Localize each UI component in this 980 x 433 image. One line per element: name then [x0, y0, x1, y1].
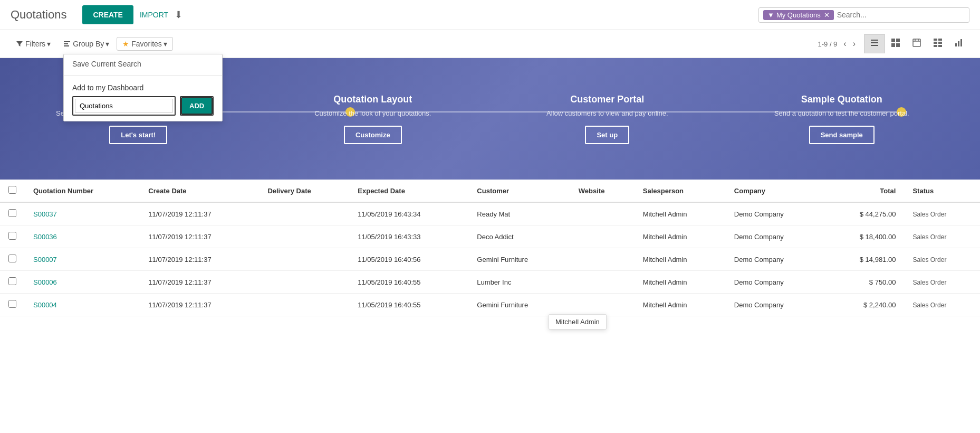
calendar-view-button[interactable] — [906, 34, 927, 53]
row-checkbox[interactable] — [8, 300, 16, 308]
row-checkbox[interactable] — [8, 209, 16, 217]
graph-view-icon — [954, 38, 964, 48]
calendar-view-icon — [912, 38, 921, 48]
cell-company: Demo Company — [726, 202, 825, 225]
cell-expected-date: 11/05/2019 16:43:34 — [349, 202, 468, 225]
cell-status: Sales Order — [904, 271, 980, 294]
pivot-view-button[interactable] — [927, 34, 948, 53]
cell-create-date: 11/07/2019 12:11:37 — [140, 248, 259, 271]
svg-rect-1 — [64, 43, 68, 44]
search-bar: ▼ My Quotations ✕ — [758, 7, 969, 23]
col-salesperson[interactable]: Salesperson — [635, 180, 726, 202]
cell-status: Sales Order — [904, 294, 980, 316]
banner-card-1-title: Quotation Layout — [256, 94, 491, 105]
table-row: S00037 11/07/2019 12:11:37 11/05/2019 16… — [0, 202, 980, 225]
banner-card-1: Quotation Layout Customize the look of y… — [256, 94, 491, 144]
cell-total: $ 2,240.00 — [825, 294, 904, 316]
row-checkbox-cell[interactable] — [0, 294, 25, 316]
banner-card-3-desc: Send a quotation to test the customer po… — [725, 109, 959, 117]
row-checkbox-cell[interactable] — [0, 202, 25, 225]
col-create-date[interactable]: Create Date — [140, 180, 259, 202]
col-quotation-number[interactable]: Quotation Number — [25, 180, 140, 202]
table-header-row: Quotation Number Create Date Delivery Da… — [0, 180, 980, 202]
row-checkbox-cell[interactable] — [0, 248, 25, 271]
prev-page-button[interactable]: ‹ — [840, 38, 849, 50]
row-checkbox[interactable] — [8, 232, 16, 240]
row-checkbox-cell[interactable] — [0, 271, 25, 294]
cell-customer: Lumber Inc — [468, 271, 570, 294]
cell-create-date: 11/07/2019 12:11:37 — [140, 271, 259, 294]
cell-total: $ 18,400.00 — [825, 225, 904, 248]
cell-website — [570, 225, 635, 248]
cell-quotation-number[interactable]: S00036 — [25, 225, 140, 248]
groupby-button[interactable]: Group By ▾ — [58, 37, 114, 50]
banner-card-1-button[interactable]: Customize — [344, 126, 402, 144]
col-customer[interactable]: Customer — [468, 180, 570, 202]
row-checkbox-cell[interactable] — [0, 225, 25, 248]
add-to-dashboard-section: Add to my Dashboard ADD — [64, 78, 222, 121]
cell-total: $ 14,981.00 — [825, 248, 904, 271]
banner-card-1-desc: Customize the look of your quotations. — [256, 109, 491, 117]
import-button[interactable]: IMPORT — [140, 11, 168, 19]
select-all-header[interactable] — [0, 180, 25, 202]
create-button[interactable]: CREATE — [82, 5, 133, 24]
row-checkbox[interactable] — [8, 255, 16, 262]
cell-delivery-date — [259, 294, 349, 316]
row-checkbox[interactable] — [8, 277, 16, 285]
banner-card-2-button[interactable]: Set up — [585, 126, 629, 144]
cell-website — [570, 202, 635, 225]
graph-view-button[interactable] — [948, 34, 969, 53]
cell-quotation-number[interactable]: S00007 — [25, 248, 140, 271]
filter-tag-label: My Quotations — [776, 11, 821, 19]
table-row: S00004 11/07/2019 12:11:37 11/05/2019 16… — [0, 294, 980, 316]
download-icon[interactable]: ⬇ — [175, 9, 182, 21]
filters-button[interactable]: Filters ▾ — [11, 37, 56, 50]
banner-card-3-button[interactable]: Send sample — [809, 126, 875, 144]
header: Quotations CREATE IMPORT ⬇ ▼ My Quotatio… — [0, 0, 980, 30]
cell-quotation-number[interactable]: S00006 — [25, 271, 140, 294]
dashboard-input[interactable] — [75, 99, 173, 113]
cell-salesperson: Mitchell Admin — [635, 225, 726, 248]
table-body: S00037 11/07/2019 12:11:37 11/05/2019 16… — [0, 202, 980, 316]
toolbar: Filters ▾ Group By ▾ ★ Favorites ▾ Save … — [0, 30, 980, 58]
add-dashboard-button[interactable]: ADD — [181, 97, 213, 115]
cell-company: Demo Company — [726, 294, 825, 316]
cell-delivery-date — [259, 225, 349, 248]
kanban-view-button[interactable] — [885, 34, 906, 53]
cell-company: Demo Company — [726, 271, 825, 294]
select-all-checkbox[interactable] — [8, 186, 16, 194]
save-current-search-item[interactable]: Save Current Search — [64, 54, 222, 73]
cell-expected-date: 11/05/2019 16:43:33 — [349, 225, 468, 248]
star-icon: ★ — [122, 40, 129, 48]
cell-quotation-number[interactable]: S00004 — [25, 294, 140, 316]
col-company[interactable]: Company — [726, 180, 825, 202]
banner-card-2-title: Customer Portal — [490, 94, 725, 105]
filter-tag-my-quotations[interactable]: ▼ My Quotations ✕ — [763, 10, 834, 20]
col-status[interactable]: Status — [904, 180, 980, 202]
col-expected-date[interactable]: Expected Date — [349, 180, 468, 202]
next-page-button[interactable]: › — [850, 38, 859, 50]
cell-quotation-number[interactable]: S00037 — [25, 202, 140, 225]
list-view-icon — [870, 38, 879, 48]
pivot-view-icon — [933, 38, 943, 48]
col-total[interactable]: Total — [825, 180, 904, 202]
col-website[interactable]: Website — [570, 180, 635, 202]
list-view-button[interactable] — [864, 34, 885, 53]
cell-total: $ 44,275.00 — [825, 202, 904, 225]
cell-expected-date: 11/05/2019 16:40:55 — [349, 294, 468, 316]
cell-salesperson: Mitchell Admin — [635, 202, 726, 225]
search-input[interactable] — [837, 11, 965, 19]
cell-status: Sales Order — [904, 225, 980, 248]
quotations-table-container: Quotation Number Create Date Delivery Da… — [0, 180, 980, 316]
add-dashboard-input-row: ADD — [72, 96, 214, 116]
cell-delivery-date — [259, 202, 349, 225]
svg-rect-7 — [896, 39, 900, 42]
col-delivery-date[interactable]: Delivery Date — [259, 180, 349, 202]
cell-delivery-date — [259, 248, 349, 271]
svg-rect-18 — [934, 45, 937, 47]
filter-tag-close-icon[interactable]: ✕ — [824, 11, 830, 19]
svg-rect-15 — [938, 39, 942, 41]
banner-card-0-button[interactable]: Let's start! — [109, 126, 167, 144]
svg-rect-5 — [871, 45, 878, 46]
favorites-button[interactable]: ★ Favorites ▾ — [117, 37, 173, 51]
